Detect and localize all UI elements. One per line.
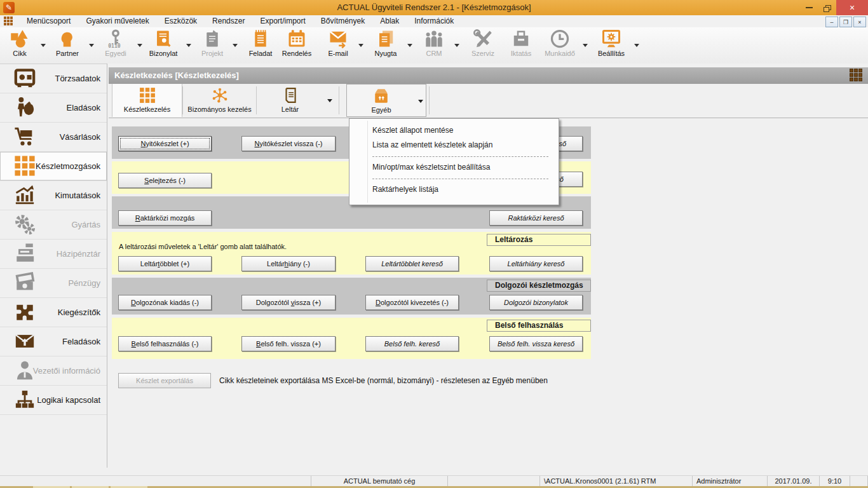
belso-felh-kereso-button[interactable]: Belső felh. kereső (365, 336, 459, 351)
safe-icon (14, 67, 36, 89)
sidebar-item-hazipenztar[interactable]: Házipénztár (0, 240, 107, 269)
window-title: ACTUAL Ügyviteli Rendszer 2.1 - [Készlet… (0, 3, 868, 12)
tree-icon (14, 389, 36, 410)
sidebar-item-logikai-kapcsolat[interactable]: Logikai kapcsolat (0, 386, 107, 415)
munkaido-dropdown-arrow-icon[interactable] (583, 44, 588, 47)
sidebar-item-vezetoi-informacio[interactable]: Vezetői információ (0, 356, 107, 386)
toolbar-item-rendeles[interactable]: Rendelés (278, 29, 316, 62)
dolgozotol-vissza-button[interactable]: Dolgozótól vissza (+) (241, 295, 336, 310)
sidebar-item-label: Kimutatások (55, 181, 100, 210)
toolbar-label: E-mail (320, 50, 356, 57)
toolbar-item-nyugta[interactable]: Nyugta (367, 29, 405, 62)
menu-menucsoport[interactable]: Menücsoport (19, 15, 78, 27)
clock-icon (550, 29, 569, 48)
egyeb-dropdown-button[interactable] (416, 84, 426, 117)
toolbar-item-cikk[interactable]: Cikk (2, 29, 37, 62)
selejtezes-button[interactable]: Selejtezés (-) (118, 173, 212, 188)
toolbar-item-crm[interactable]: CRM (416, 29, 452, 62)
tab-egyeb[interactable]: Egyéb (346, 84, 416, 117)
dolgozoi-bizonylatok-button[interactable]: Dolgozói bizonylatok (489, 295, 583, 310)
tools-icon (473, 29, 492, 48)
menu-item-keszlet-allapot-mentese[interactable]: Készlet állapot mentése (349, 123, 559, 138)
projekt-dropdown-arrow-icon[interactable] (233, 44, 238, 47)
sidebar-item-vasarlasok[interactable]: Vásárlások (0, 123, 107, 152)
toolbar-label: Feladat (241, 50, 280, 57)
status-company: ACTUAL bemutató cég (311, 476, 448, 487)
email-dropdown-arrow-icon[interactable] (358, 44, 363, 47)
menu-export-import[interactable]: Export/import (252, 15, 313, 27)
toolbar-item-bizonylat[interactable]: Bizonylat (143, 29, 184, 62)
sidebar-item-penzugy[interactable]: Pénzügy (0, 269, 107, 298)
employee-stock-band: Dolgozói készletmozgás Dolgozónak kiadás… (112, 278, 591, 315)
toolbar-item-beallitas[interactable]: Beállítás (591, 29, 632, 62)
belso-felh-vissza-kereso-button[interactable]: Belső felh. vissza kereső (489, 336, 583, 351)
puzzle-icon (14, 301, 36, 323)
leltarhiany-button[interactable]: Leltárhiány (-) (241, 256, 336, 271)
sidebar: Törzsadatok Eladások Vásárlások Készletm… (0, 64, 107, 468)
belso-felh-vissza-button[interactable]: Belső felh. vissza (+) (241, 336, 336, 351)
dolgozonak-kiadas-button[interactable]: Dolgozónak kiadás (-) (118, 295, 212, 310)
leltartobblet-button[interactable]: Leltártöbblet (+) (118, 256, 212, 271)
menu-informaciok[interactable]: Információk (407, 15, 461, 27)
toolbar-item-projekt[interactable]: Projekt (194, 29, 230, 62)
raktarkozi-mozgas-button[interactable]: Raktárközi mozgás (118, 210, 212, 226)
toolbar-item-iktatas[interactable]: Iktatás (502, 29, 540, 62)
sidebar-item-torzsadatok[interactable]: Törzsadatok (0, 64, 107, 93)
nyitokeszlet-plus-button[interactable]: Nyitókészlet (+) (118, 136, 212, 151)
menu-ablak[interactable]: Ablak (372, 15, 407, 27)
mdi-close-button[interactable]: × (853, 17, 866, 27)
menu-bovitmenyek[interactable]: Bővítmények (313, 15, 372, 27)
sidebar-item-label: Feladások (62, 327, 100, 356)
sidebar-item-kimutatasok[interactable]: Kimutatások (0, 181, 107, 210)
menu-gyakori-muveletek[interactable]: Gyakori műveletek (78, 15, 156, 27)
keszlet-exportalas-button[interactable]: Készlet exportálás (118, 373, 211, 388)
menu-rendszer[interactable]: Rendszer (205, 15, 252, 27)
menu-item-raktarhelyek-listaja[interactable]: Raktárhelyek listája (349, 182, 559, 197)
nyitokeszlet-vissza-button[interactable]: Nyitókészlet vissza (-) (241, 136, 336, 151)
leltarhiany-kereso-button[interactable]: Leltárhiány kereső (489, 256, 583, 271)
menu-bar: Menücsoport Gyakori műveletek Eszközök R… (0, 15, 868, 27)
toolbar-item-szerviz[interactable]: Szerviz (464, 29, 502, 62)
cart-icon (14, 126, 36, 147)
sidebar-item-label: Vásárlások (60, 123, 100, 151)
tab-keszletkezeles[interactable]: Készletkezelés (112, 84, 182, 117)
sidebar-item-keszletmozgasok[interactable]: Készletmozgások (0, 152, 107, 181)
sidebar-item-kiegeszitok[interactable]: Kiegészítők (0, 298, 107, 327)
mdi-restore-button[interactable]: ❐ (839, 17, 852, 27)
crm-dropdown-arrow-icon[interactable] (454, 44, 459, 47)
menu-eszkozok[interactable]: Eszközök (157, 15, 205, 27)
close-button[interactable]: × (836, 0, 868, 15)
sidebar-item-gyartas[interactable]: Gyártás (0, 210, 107, 240)
bizonylat-dropdown-arrow-icon[interactable] (186, 44, 191, 47)
menu-item-lista-elmentett-keszletek[interactable]: Lista az elmentett készletek alapján (349, 138, 559, 152)
toolbar-item-munkaido[interactable]: Munkaidő (539, 29, 580, 62)
tab-bizomanyos-kezeles[interactable]: Bizományos kezelés (183, 84, 256, 117)
toolbar-item-feladat[interactable]: Feladat (241, 29, 280, 62)
tab-leltar[interactable]: Leltár (257, 84, 323, 117)
menu-item-min-opt-max[interactable]: Min/opt/max készletszint beállítása (349, 160, 559, 175)
restore-button[interactable] (818, 0, 835, 15)
cikk-dropdown-arrow-icon[interactable] (41, 44, 46, 47)
sidebar-item-label: Kiegészítők (58, 298, 100, 327)
leltar-dropdown-arrow-icon[interactable] (327, 99, 332, 102)
mdi-minimize-button[interactable]: – (825, 17, 838, 27)
envelope-icon (329, 29, 348, 48)
toolbar-label: Beállítás (591, 50, 632, 57)
toolbar-item-partner[interactable]: Partner (50, 29, 85, 62)
toolbar-item-egyedi[interactable]: 0110 Egyedi (98, 29, 133, 62)
belso-felhasznalas-button[interactable]: Belső felhasználás (-) (118, 336, 212, 351)
leltartobblet-kereso-button[interactable]: Leltártöbblet kereső (365, 256, 459, 271)
raktarkozi-kereso-button[interactable]: Raktárközi kereső (489, 210, 583, 226)
nyugta-dropdown-arrow-icon[interactable] (407, 44, 412, 47)
title-bar: ✎ ACTUAL Ügyviteli Rendszer 2.1 - [Készl… (0, 0, 868, 15)
sidebar-item-feladasok[interactable]: Feladások (0, 327, 107, 356)
minimize-button[interactable] (799, 0, 818, 15)
sidebar-item-eladasok[interactable]: Eladások (0, 93, 107, 123)
toolbar-item-email[interactable]: E-mail (320, 29, 356, 62)
egyedi-dropdown-arrow-icon[interactable] (137, 44, 142, 47)
menu-grid-icon[interactable] (4, 17, 14, 27)
toolbar-label: Bizonylat (143, 50, 184, 57)
partner-dropdown-arrow-icon[interactable] (89, 44, 94, 47)
beallitas-dropdown-arrow-icon[interactable] (634, 44, 639, 47)
dolgozotol-kivezetes-button[interactable]: Dolgozótól kivezetés (-) (365, 295, 459, 310)
